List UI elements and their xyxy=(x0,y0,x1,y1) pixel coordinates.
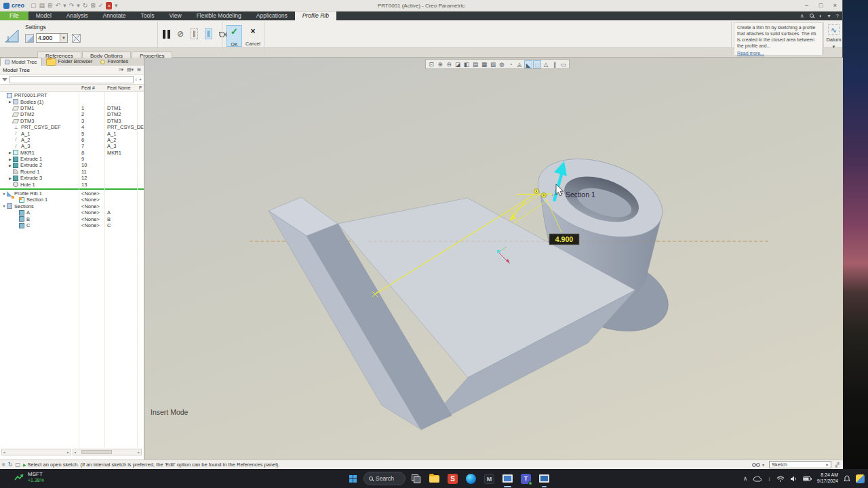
pause-button[interactable] xyxy=(163,30,170,39)
datum-display-icon[interactable]: ◬ xyxy=(515,60,524,68)
stock-widget[interactable]: MSFT +1.38% xyxy=(14,471,44,483)
tray-chevron-icon[interactable]: ∧ xyxy=(743,475,748,482)
read-more-link[interactable]: Read more... xyxy=(737,51,764,57)
flip-direction-icon[interactable] xyxy=(72,34,81,43)
ribbon-tab-applications[interactable]: Applications xyxy=(249,12,295,20)
expand-arrow-icon[interactable]: ▶ xyxy=(7,176,13,180)
ribbon-tab-tools[interactable]: Tools xyxy=(134,12,162,20)
navigator-tab-model-tree[interactable]: Model Tree xyxy=(0,58,42,66)
tree-item[interactable]: ▼Profile Rib 1<None> xyxy=(0,190,144,197)
tree-item[interactable]: C<None>C xyxy=(0,222,144,228)
search-tool-icon[interactable]: ▼ xyxy=(752,462,765,468)
tree-settings-icon[interactable]: ≡▾ xyxy=(118,67,123,73)
navigator-tab-favorites[interactable]: Favorites xyxy=(96,58,132,66)
expand-arrow-icon[interactable]: ▼ xyxy=(1,192,7,196)
regenerate-status-icon[interactable]: ↻ xyxy=(8,462,13,468)
stop-icon[interactable]: × xyxy=(106,2,112,9)
zoom-in-icon[interactable]: ⊕ xyxy=(436,60,444,68)
tree-item[interactable]: ▼Sections<None> xyxy=(0,203,144,209)
tree-item[interactable]: /A_15A_1 xyxy=(0,130,144,136)
insert-mode-locator[interactable] xyxy=(0,188,144,190)
teams-icon[interactable]: T xyxy=(520,473,532,485)
scrollbar-thumb[interactable] xyxy=(81,450,112,454)
validate-icon[interactable]: ✓ xyxy=(98,1,104,11)
tree-item[interactable]: Section 1<None> xyxy=(0,197,144,203)
thickness-dropdown-icon[interactable]: ▼ xyxy=(60,33,68,43)
ribbon-tab-flexible-modeling[interactable]: Flexible Modeling xyxy=(189,12,249,20)
expand-arrow-icon[interactable]: ▶ xyxy=(7,150,13,155)
open-file-icon[interactable]: ▤ xyxy=(39,1,45,11)
undo-icon[interactable]: ↶ xyxy=(56,1,61,11)
ribbon-tab-file[interactable]: File xyxy=(0,12,28,20)
datum-dropdown-icon[interactable]: ▼ xyxy=(825,45,842,49)
task-view-icon[interactable] xyxy=(410,473,422,485)
expand-arrow-icon[interactable]: ▶ xyxy=(7,157,13,161)
file-explorer-icon[interactable] xyxy=(429,473,440,485)
ribbon-tab-profile-rib[interactable]: Profile Rib xyxy=(295,12,336,20)
display-style-icon[interactable]: ▤ xyxy=(471,60,479,68)
tray-clock[interactable]: 8:24 AM 9/17/2024 xyxy=(817,472,838,485)
tree-item[interactable]: ▶MKR18MKR1 xyxy=(0,150,144,156)
start-button[interactable] xyxy=(347,473,359,485)
ok-button[interactable]: ✓OK xyxy=(226,25,242,47)
tree-item[interactable]: DTM22DTM2 xyxy=(0,111,144,117)
help-icon[interactable]: ? xyxy=(836,13,839,19)
snagit-icon[interactable]: S xyxy=(447,473,458,485)
refit-icon[interactable]: ⊡ xyxy=(427,60,435,68)
tree-item[interactable]: ▶Extrude 210 xyxy=(0,162,144,168)
point-display-icon[interactable]: ∷ xyxy=(533,60,541,68)
shading-icon[interactable]: ◧ xyxy=(462,60,471,68)
select-items-checkbox[interactable]: ▢ xyxy=(15,462,20,468)
tree-search-input[interactable] xyxy=(9,76,134,83)
tree-item[interactable]: ▶Bodies (1) xyxy=(0,98,144,104)
thickness-input[interactable] xyxy=(36,33,60,43)
tree-item[interactable]: B<None>B xyxy=(0,216,144,222)
tree-item[interactable]: DTM11DTM1 xyxy=(0,105,144,111)
filter-clear-icon[interactable]: ‹ xyxy=(136,77,137,82)
tree-item[interactable]: ▶Extrude 312 xyxy=(0,175,144,181)
graphics-viewport[interactable]: ⊡⊕⊖◪◧▤▦▧◍◔◬◣∷△∥▭ xyxy=(144,58,843,460)
model-events-icon[interactable]: ≡ xyxy=(2,462,5,468)
taskbar-search-box[interactable]: Search xyxy=(363,472,406,485)
selection-filter-combo[interactable]: Sketch ▼ xyxy=(769,461,831,468)
edge-icon[interactable] xyxy=(465,473,477,485)
tree-show-icon[interactable]: ▤▾ xyxy=(127,67,134,73)
pause-display-icon[interactable]: ∥ xyxy=(551,60,559,68)
view-manager-icon[interactable]: ▧ xyxy=(489,60,497,68)
dark-app-icon[interactable]: M xyxy=(484,473,495,485)
close-button[interactable]: × xyxy=(828,0,842,11)
wifi-icon[interactable] xyxy=(776,476,785,482)
tree-item[interactable]: A<None>A xyxy=(0,209,144,216)
window-app-icon[interactable] xyxy=(538,473,550,485)
attached-preview-button[interactable]: ∥ xyxy=(205,28,212,39)
dimension-value-box[interactable]: 4.900 xyxy=(549,234,579,245)
title-bar[interactable]: creo ▢▤⊞↶▾↷▾↻⊠✓×▾ PRT0001 (Active) - Cre… xyxy=(0,0,842,12)
undo-menu-icon[interactable]: ▾ xyxy=(63,1,66,11)
widgets-icon[interactable] xyxy=(856,474,865,483)
onedrive-icon[interactable] xyxy=(753,476,762,482)
expand-arrow-icon[interactable]: ▼ xyxy=(1,204,7,208)
regenerate-icon[interactable]: ↻ xyxy=(83,1,88,11)
search-tool-dropdown-icon[interactable]: ▼ xyxy=(762,463,765,467)
tree-item[interactable]: ▶Extrude 19 xyxy=(0,156,144,162)
perspective-icon[interactable]: ◍ xyxy=(498,60,506,68)
tree-horizontal-scrollbar[interactable]: ◂▸ ◂▸ xyxy=(1,449,142,455)
ribbon-tab-view[interactable]: View xyxy=(161,12,189,20)
window-menu-icon[interactable]: ▾ xyxy=(828,13,831,19)
zoom-out-icon[interactable]: ⊖ xyxy=(445,60,453,68)
volume-icon[interactable] xyxy=(790,476,797,482)
tree-item[interactable]: PRT0001.PRT xyxy=(0,92,144,98)
battery-icon[interactable] xyxy=(803,476,812,481)
cancel-button[interactable]: ×Cancel xyxy=(244,25,262,47)
save-icon[interactable]: ⊞ xyxy=(47,1,53,11)
creo-window-icon[interactable] xyxy=(502,473,513,485)
close-window-icon[interactable]: ⊠ xyxy=(90,1,96,11)
ribbon-tab-analysis[interactable]: Analysis xyxy=(59,12,96,20)
minimize-button[interactable]: – xyxy=(800,0,814,11)
3d-model-canvas[interactable]: Section 1 4.900 xyxy=(144,58,843,460)
annotations-icon[interactable]: ▭ xyxy=(559,60,568,68)
new-file-icon[interactable]: ▢ xyxy=(31,1,37,11)
tree-expand-icon[interactable]: ⊞ xyxy=(137,67,141,73)
unattached-preview-button[interactable]: ∥ xyxy=(191,28,198,39)
tree-item[interactable]: /A_37A_3 xyxy=(0,143,144,149)
